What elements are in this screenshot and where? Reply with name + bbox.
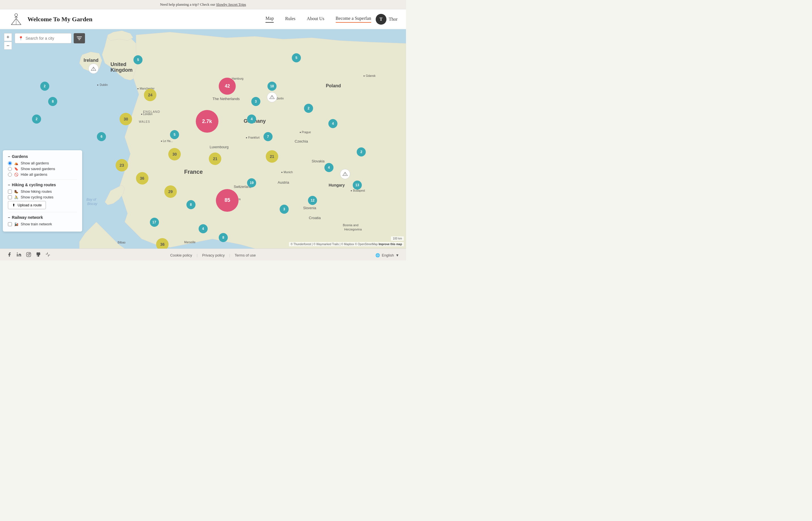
cluster-c26[interactable]: 4 xyxy=(325,163,333,172)
hide-all-gardens-option[interactable]: 🚫 Hide all gardens xyxy=(8,172,77,177)
cluster-c5[interactable]: 24 xyxy=(144,89,157,101)
svg-point-31 xyxy=(97,85,98,86)
svg-text:Gdansk: Gdansk xyxy=(366,74,376,77)
language-selector[interactable]: 🌐 English ▼ xyxy=(375,253,399,257)
svg-text:Hungary: Hungary xyxy=(329,183,345,187)
show-all-radio[interactable] xyxy=(8,161,12,165)
svg-text:The Netherlands: The Netherlands xyxy=(213,97,240,101)
cluster-c2[interactable]: 2 xyxy=(40,82,49,91)
cluster-c23[interactable]: 36 xyxy=(136,172,148,184)
cluster-c10[interactable]: 18 xyxy=(267,82,277,91)
cluster-c13[interactable]: 7 xyxy=(263,132,272,141)
improve-map-link[interactable]: Improve this map xyxy=(379,243,402,246)
cluster-c18[interactable]: 2.7k xyxy=(196,110,218,133)
svg-text:Berlin: Berlin xyxy=(277,97,284,100)
zoom-controls: + − xyxy=(4,33,12,50)
zoom-out-button[interactable]: − xyxy=(4,42,12,50)
github-icon[interactable] xyxy=(36,252,41,258)
hiking-checkbox[interactable] xyxy=(8,190,12,194)
upload-route-button[interactable]: ⬆ Upload a route xyxy=(8,201,46,209)
nav-map[interactable]: Map xyxy=(265,16,274,23)
train-checkbox[interactable] xyxy=(8,222,12,226)
cluster-c1[interactable]: 5 xyxy=(134,55,143,64)
facebook-icon[interactable] xyxy=(7,252,12,258)
gardens-section-title: – Gardens xyxy=(8,154,77,159)
hidden-icon-small: 🚫 xyxy=(14,173,18,177)
map-scale: 100 km xyxy=(391,236,404,241)
svg-text:Austria: Austria xyxy=(278,180,289,184)
linkedin-icon[interactable] xyxy=(17,252,22,258)
show-cycling-option[interactable]: 🚴 Show cycling routes xyxy=(8,195,77,199)
scale-text: 100 km xyxy=(393,237,402,240)
svg-text:Marseille: Marseille xyxy=(184,241,195,244)
globe-icon: 🌐 xyxy=(375,253,380,257)
cluster-c11[interactable]: 3 xyxy=(251,97,260,106)
cluster-c24[interactable]: 29 xyxy=(164,185,177,198)
nav-rules[interactable]: Rules xyxy=(285,16,295,22)
cluster-c20[interactable]: 21 xyxy=(209,153,221,165)
svg-text:Ireland: Ireland xyxy=(83,58,98,63)
map-container: Bay of Biscay United Kingdom Ireland ENG… xyxy=(0,29,406,249)
cluster-c3[interactable]: 8 xyxy=(48,97,57,106)
cycling-checkbox[interactable] xyxy=(8,195,12,199)
show-saved-gardens-option[interactable]: 🔖 Show saved gardens xyxy=(8,167,77,171)
cluster-c27[interactable]: 13 xyxy=(353,181,362,190)
cluster-c7[interactable]: 5 xyxy=(170,130,179,139)
cluster-c21[interactable]: 21 xyxy=(266,150,278,163)
sidebar-divider-1 xyxy=(8,179,77,180)
cluster-c31[interactable]: 12 xyxy=(308,196,317,205)
cluster-c32[interactable]: 17 xyxy=(150,218,159,227)
cookie-policy-link[interactable]: Cookie policy xyxy=(170,253,192,257)
svg-text:Le Ha...: Le Ha... xyxy=(163,139,173,142)
cluster-c9[interactable]: 42 xyxy=(219,78,236,95)
cluster-c15[interactable]: 4 xyxy=(328,119,337,128)
user-name[interactable]: Thor xyxy=(389,17,398,22)
cluster-c12[interactable]: 4 xyxy=(247,114,256,123)
cluster-c4[interactable]: 2 xyxy=(32,114,41,123)
cluster-c22[interactable]: 23 xyxy=(116,159,128,172)
cluster-c33[interactable]: 4 xyxy=(199,224,208,233)
user-avatar[interactable]: T xyxy=(376,14,386,25)
filter-button[interactable] xyxy=(74,33,85,43)
show-train-option[interactable]: 🚂 Show train network xyxy=(8,222,77,226)
svg-rect-75 xyxy=(48,255,50,255)
upload-icon: ⬆ xyxy=(12,203,15,207)
tent-t3[interactable] xyxy=(340,169,350,179)
cluster-c16[interactable]: 2 xyxy=(357,148,366,157)
instagram-icon[interactable] xyxy=(26,252,31,258)
nav-about[interactable]: About Us xyxy=(307,16,325,22)
nav-superfan[interactable]: Become a Superfan xyxy=(336,16,371,23)
logo-icon xyxy=(8,12,24,26)
chevron-down-icon: ▼ xyxy=(396,253,399,257)
cluster-c6[interactable]: 30 xyxy=(120,113,132,125)
banner-text: Need help planning a trip? Check our xyxy=(160,2,216,6)
show-saved-label: Show saved gardens xyxy=(21,167,55,171)
cluster-c30[interactable]: 3 xyxy=(280,205,289,214)
search-input[interactable] xyxy=(25,36,68,41)
cluster-c34[interactable]: 8 xyxy=(219,233,228,242)
tent-t1[interactable] xyxy=(88,64,99,74)
hide-all-radio[interactable] xyxy=(8,173,12,177)
svg-text:Bay of: Bay of xyxy=(87,198,97,202)
tent-t2[interactable] xyxy=(267,92,277,102)
cluster-c19[interactable]: 30 xyxy=(168,148,181,160)
svg-text:Bilbao: Bilbao xyxy=(118,241,125,244)
logo-area: Welcome To My Garden xyxy=(8,12,265,26)
cluster-c14[interactable]: 2 xyxy=(304,104,313,113)
slack-icon[interactable] xyxy=(45,252,50,258)
cluster-c25[interactable]: 19 xyxy=(247,178,256,187)
privacy-policy-link[interactable]: Privacy policy xyxy=(202,253,224,257)
cluster-c28[interactable]: 85 xyxy=(216,189,239,212)
cluster-c8[interactable]: 6 xyxy=(97,132,106,141)
banner-link[interactable]: Slowby Secret Trips xyxy=(216,2,246,6)
show-all-gardens-option[interactable]: ⛺ Show all gardens xyxy=(8,161,77,165)
show-hiking-option[interactable]: 🥾 Show hiking routes xyxy=(8,189,77,194)
bookmark-icon-small: 🔖 xyxy=(14,167,18,171)
terms-of-use-link[interactable]: Terms of use xyxy=(235,253,256,257)
cluster-c29[interactable]: 8 xyxy=(186,200,195,209)
svg-point-70 xyxy=(28,254,29,255)
show-saved-radio[interactable] xyxy=(8,167,12,171)
cluster-c17[interactable]: 5 xyxy=(292,53,301,62)
zoom-in-button[interactable]: + xyxy=(4,33,12,41)
cluster-c35[interactable]: 36 xyxy=(156,238,169,249)
